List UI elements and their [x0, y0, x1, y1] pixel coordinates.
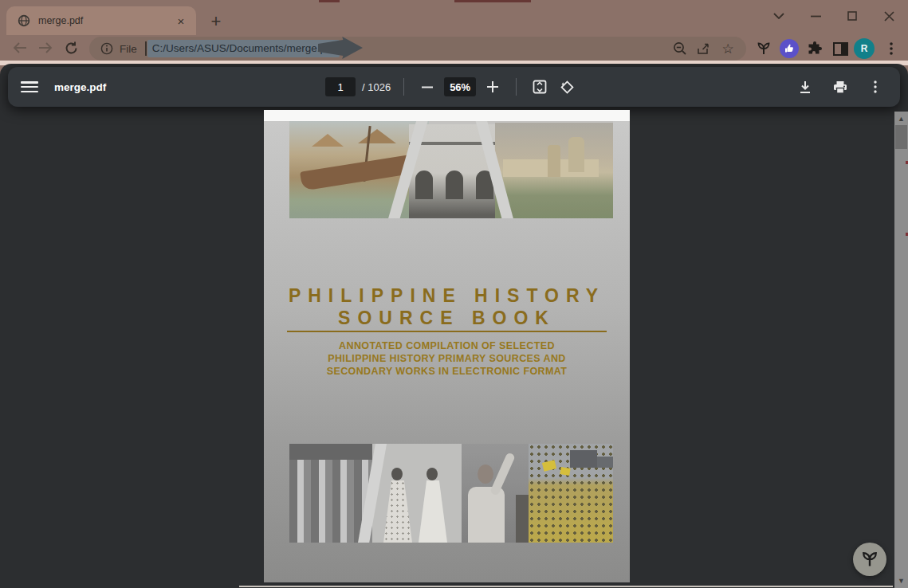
site-info-icon[interactable] — [100, 42, 113, 55]
address-scheme-label: File — [120, 43, 137, 55]
divider — [403, 78, 404, 96]
cover-subtitle-line3: SECONDARY WORKS IN ELECTRONIC FORMAT — [264, 366, 630, 377]
pdf-page-1: PHILIPPINE HISTORY SOURCE BOOK ANNOTATED… — [264, 110, 630, 582]
cover-subtitle-line1: ANNOTATED COMPILATION OF SELECTED — [264, 340, 630, 351]
scroll-up-arrow[interactable]: ▲ — [894, 113, 908, 124]
forward-button[interactable] — [33, 37, 57, 59]
browser-titlebar: merge.pdf × + File C:/Users/ASUS/Documen… — [0, 0, 908, 61]
pdf-viewer-area: merge.pdf / 1026 — [0, 64, 908, 588]
globe-favicon-icon — [18, 14, 30, 27]
rotate-page-button[interactable] — [556, 76, 577, 97]
zoom-level-icon[interactable] — [668, 38, 692, 59]
back-button[interactable] — [8, 37, 32, 59]
cover-background: PHILIPPINE HISTORY SOURCE BOOK ANNOTATED… — [264, 121, 630, 582]
maximize-button[interactable] — [840, 6, 864, 25]
profile-avatar[interactable]: R — [854, 38, 875, 59]
pdf-document-title: merge.pdf — [54, 81, 106, 93]
tab-title: merge.pdf — [38, 15, 174, 26]
photo-collage-historical-top — [289, 121, 613, 218]
minimize-button[interactable] — [804, 6, 827, 25]
seedling-icon — [860, 550, 879, 569]
screen-edge-artifact — [454, 0, 531, 2]
cover-subtitle-line2: PHILIPPINE HISTORY PRIMARY SOURCES AND — [264, 353, 630, 364]
print-button[interactable] — [830, 76, 851, 97]
share-icon[interactable] — [692, 38, 716, 59]
extensions-puzzle-icon[interactable] — [804, 38, 826, 59]
page-number-input[interactable] — [325, 77, 356, 96]
new-tab-button[interactable]: + — [206, 11, 226, 32]
title-underline — [287, 331, 607, 332]
close-button[interactable] — [877, 6, 901, 25]
thumb-up-extension-icon[interactable] — [778, 38, 800, 59]
seedling-floating-button[interactable] — [853, 543, 886, 576]
zoom-in-button[interactable] — [482, 76, 503, 97]
fit-to-page-button[interactable] — [529, 76, 550, 97]
browser-tab-merge-pdf[interactable]: merge.pdf × — [6, 6, 196, 35]
download-button[interactable] — [795, 76, 816, 97]
bookmark-star-icon[interactable]: ☆ — [716, 38, 740, 59]
zoom-out-button[interactable] — [417, 76, 438, 97]
cover-title-line1: PHILIPPINE HISTORY — [264, 285, 630, 307]
pdf-toolbar: merge.pdf / 1026 — [8, 67, 900, 107]
text-caret — [145, 41, 147, 56]
tab-search-chevron-icon[interactable] — [767, 6, 791, 25]
reload-button[interactable] — [59, 37, 83, 59]
pdf-more-options-kebab-icon[interactable] — [865, 76, 886, 97]
cover-title-line2: SOURCE BOOK — [264, 308, 630, 329]
pdf-menu-icon[interactable] — [21, 81, 38, 92]
tab-close-icon[interactable]: × — [174, 14, 188, 28]
browser-menu-kebab-icon[interactable] — [880, 38, 902, 59]
screen-edge-artifact — [319, 0, 340, 2]
photo-collage-historical-bottom — [289, 444, 613, 543]
seedling-extension-icon[interactable] — [753, 38, 775, 59]
scrollbar-track[interactable] — [894, 112, 908, 588]
page-count-label: / 1026 — [362, 81, 391, 93]
address-url-selected[interactable]: C:/Users/ASUS/Documents/merge.pdf — [147, 40, 340, 57]
zoom-level-input[interactable] — [444, 77, 476, 96]
scrollbar-thumb[interactable] — [895, 125, 907, 149]
divider — [516, 78, 517, 96]
address-bar[interactable]: File C:/Users/ASUS/Documents/merge.pdf ☆ — [89, 37, 746, 61]
scroll-down-arrow[interactable]: ▼ — [894, 575, 908, 586]
side-panel-icon[interactable] — [829, 38, 851, 59]
taskbar-edge-artifact — [239, 586, 893, 587]
